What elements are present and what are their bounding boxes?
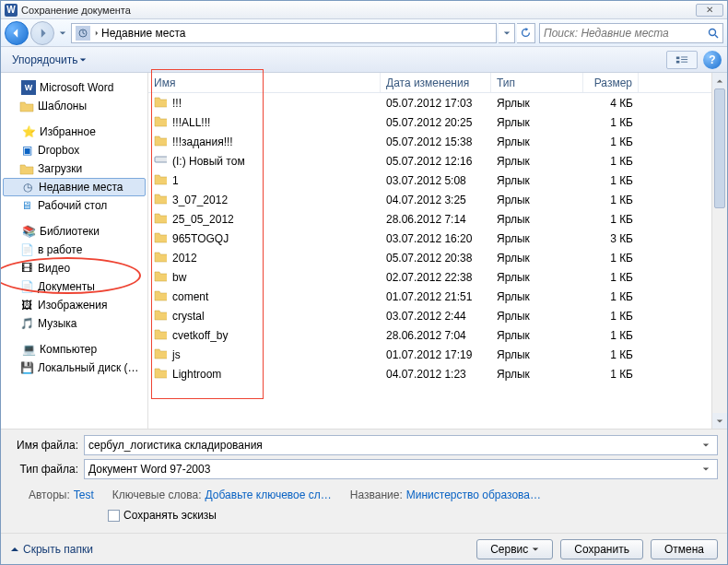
file-row[interactable]: crystal03.07.2012 2:44Ярлык1 КБ <box>148 306 711 325</box>
sidebar-item-images[interactable]: 🖼Изображения <box>3 296 146 314</box>
filename-combo[interactable] <box>84 435 718 455</box>
forward-button[interactable] <box>30 21 54 45</box>
filename-label: Имя файла: <box>10 439 84 452</box>
file-row[interactable]: 201205.07.2012 20:38Ярлык1 КБ <box>148 248 711 267</box>
file-row[interactable]: bw02.07.2012 22:38Ярлык1 КБ <box>148 267 711 287</box>
col-header-name[interactable]: Имя <box>148 73 381 92</box>
sidebar-item-word[interactable]: WMicrosoft Word <box>3 78 146 97</box>
sidebar-item-localdisk[interactable]: 💾Локальный диск (… <box>3 359 146 377</box>
scroll-up-button[interactable] <box>712 73 727 88</box>
file-name: 3_07_2012 <box>167 194 381 206</box>
sidebar-item-templates[interactable]: Шаблоны <box>3 97 146 115</box>
file-row[interactable]: 3_07_201204.07.2012 3:25Ярлык1 КБ <box>148 190 711 209</box>
save-dialog: W Сохранение документа ✕ Недавние места … <box>0 0 728 565</box>
scroll-down-button[interactable] <box>712 413 727 429</box>
sidebar-item-inwork[interactable]: 📄в работе <box>3 241 146 259</box>
file-name: !!! <box>167 97 381 110</box>
file-size: 1 КБ <box>583 271 639 284</box>
file-row[interactable]: (I:) Новый том05.07.2012 12:16Ярлык1 КБ <box>148 151 711 171</box>
filename-input[interactable] <box>88 439 699 452</box>
sidebar-item-computer[interactable]: 💻Компьютер <box>3 340 146 359</box>
keywords-value[interactable]: Добавьте ключевое сл… <box>205 488 332 501</box>
folder-icon <box>148 366 167 382</box>
sidebar-item-video[interactable]: 🎞Видео <box>3 259 146 277</box>
sidebar-item-favorites[interactable]: ⭐Избранное <box>3 123 146 141</box>
address-bar[interactable]: Недавние места <box>71 23 497 43</box>
word-icon: W <box>21 80 36 95</box>
col-header-date[interactable]: Дата изменения <box>381 73 491 92</box>
footer: Скрыть папки Сервис Сохранить Отмена <box>1 533 727 564</box>
file-size: 4 КБ <box>583 97 639 110</box>
sidebar-item-desktop[interactable]: 🖥Рабочий стол <box>3 196 146 215</box>
sidebar-item-libraries[interactable]: 📚Библиотеки <box>3 222 146 241</box>
help-button[interactable]: ? <box>703 51 722 69</box>
scroll-track[interactable] <box>712 88 727 413</box>
file-size: 1 КБ <box>583 135 639 148</box>
save-thumbnails-checkbox[interactable] <box>108 510 120 522</box>
file-row[interactable]: !!!ALL!!!05.07.2012 20:25Ярлык1 КБ <box>148 112 711 132</box>
video-icon: 🎞 <box>19 261 34 276</box>
filetype-combo[interactable] <box>84 459 718 479</box>
sidebar-item-recent[interactable]: ◷Недавние места <box>3 178 146 196</box>
sidebar-item-dropbox[interactable]: ▣Dropbox <box>3 141 146 159</box>
nav-history-chevron[interactable] <box>56 25 69 41</box>
service-button[interactable]: Сервис <box>476 539 553 559</box>
file-name: 2012 <box>167 252 381 265</box>
back-button[interactable] <box>5 21 29 45</box>
sidebar-item-documents[interactable]: 📄Документы <box>3 277 146 296</box>
authors-value[interactable]: Test <box>74 488 94 501</box>
file-row[interactable]: 25_05_201228.06.2012 7:14Ярлык1 КБ <box>148 209 711 229</box>
file-type: Ярлык <box>491 271 583 284</box>
file-type: Ярлык <box>491 290 583 303</box>
file-size: 1 КБ <box>583 174 639 187</box>
file-size: 1 КБ <box>583 252 639 265</box>
keywords-label: Ключевые слова: <box>112 488 202 501</box>
chevron-down-icon[interactable] <box>699 437 713 453</box>
file-size: 1 КБ <box>583 290 639 303</box>
sidebar-item-music[interactable]: 🎵Музыка <box>3 314 146 333</box>
svg-rect-3 <box>676 60 680 63</box>
cancel-button[interactable]: Отмена <box>651 539 718 559</box>
svg-rect-5 <box>681 59 687 60</box>
window-title: Сохранение документа <box>21 5 131 16</box>
refresh-button[interactable] <box>517 23 535 43</box>
file-date: 04.07.2012 1:23 <box>381 368 491 381</box>
file-row[interactable]: 965TOGQJ03.07.2012 16:20Ярлык3 КБ <box>148 229 711 248</box>
doc-title-label: Название: <box>350 488 403 501</box>
breadcrumb[interactable]: Недавние места <box>94 27 185 40</box>
col-header-type[interactable]: Тип <box>491 73 583 92</box>
search-icon <box>708 28 719 39</box>
address-dropdown[interactable] <box>499 23 515 43</box>
file-name: bw <box>167 271 381 284</box>
col-header-size[interactable]: Размер <box>583 73 639 92</box>
chevron-down-icon[interactable] <box>699 461 713 477</box>
file-row[interactable]: !!!05.07.2012 17:03Ярлык4 КБ <box>148 93 711 112</box>
desktop-icon: 🖥 <box>19 198 34 213</box>
filetype-value[interactable] <box>88 463 699 476</box>
star-icon: ⭐ <box>21 124 36 139</box>
titlebar: W Сохранение документа ✕ <box>1 1 727 19</box>
file-row[interactable]: 103.07.2012 5:08Ярлык1 КБ <box>148 171 711 190</box>
file-row[interactable]: !!!задания!!!05.07.2012 15:38Ярлык1 КБ <box>148 132 711 151</box>
file-type: Ярлык <box>491 135 583 148</box>
hide-folders-link[interactable]: Скрыть папки <box>10 543 93 556</box>
file-date: 05.07.2012 15:38 <box>381 135 491 148</box>
doc-title-value[interactable]: Министерство образова… <box>406 488 541 501</box>
file-row[interactable]: Lightroom04.07.2012 1:23Ярлык1 КБ <box>148 364 711 383</box>
file-row[interactable]: cvetkoff_by28.06.2012 7:04Ярлык1 КБ <box>148 325 711 345</box>
sidebar-item-downloads[interactable]: Загрузки <box>3 159 146 178</box>
close-button[interactable]: ✕ <box>696 4 723 17</box>
organize-button[interactable]: Упорядочить <box>6 51 92 69</box>
file-name: Lightroom <box>167 368 381 381</box>
file-row[interactable]: coment01.07.2012 21:51Ярлык1 КБ <box>148 287 711 306</box>
view-mode-button[interactable] <box>666 51 698 69</box>
file-type: Ярлык <box>491 329 583 342</box>
scroll-thumb[interactable] <box>714 88 725 208</box>
search-input[interactable] <box>544 27 708 40</box>
folder-icon <box>148 230 167 246</box>
save-button[interactable]: Сохранить <box>560 539 643 559</box>
file-row[interactable]: js01.07.2012 17:19Ярлык1 КБ <box>148 345 711 364</box>
svg-rect-2 <box>676 56 680 59</box>
vertical-scrollbar[interactable] <box>711 73 727 429</box>
search-box[interactable] <box>539 23 723 43</box>
